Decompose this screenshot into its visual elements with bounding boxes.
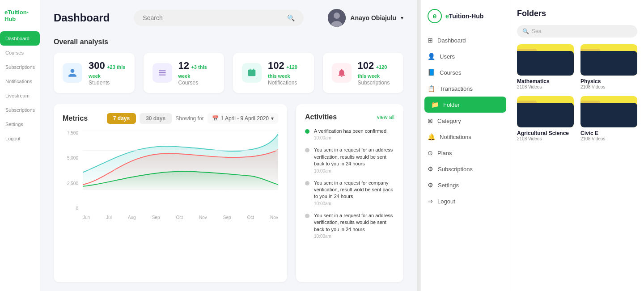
folders-title: Folders (517, 9, 546, 18)
notifications-label: Notifications (268, 80, 305, 86)
right-nav-logout[interactable]: ⇒ Logout (421, 193, 510, 209)
right-nav-plans[interactable]: ⊙ Plans (421, 145, 510, 161)
activity-dot-green (305, 129, 309, 134)
subscriptions-num: 102 (358, 60, 374, 71)
right-nav-folder[interactable]: 📁 Folder (424, 97, 506, 113)
right-nav-category-label: Category (437, 118, 461, 124)
right-nav-settings-label: Settings (438, 182, 459, 189)
left-nav-subscriptions[interactable]: Subscriptions (0, 60, 40, 74)
right-nav-plans-label: Plans (437, 150, 452, 156)
date-dropdown-icon: ▾ (271, 115, 274, 122)
y-label-0: 0 (76, 206, 78, 211)
right-nav-settings[interactable]: ⚙ Settings (421, 177, 510, 193)
folder-card-agricultural[interactable]: ··· Agricultural Science 2108 Videos (517, 96, 574, 141)
students-num: 300 (89, 60, 105, 71)
left-nav-livestream[interactable]: Livestream (0, 89, 40, 103)
folder-card-civic[interactable]: ··· Civic E 2108 Videos (580, 96, 637, 141)
notifications-icon (242, 63, 262, 83)
x-label-oct2: Oct (247, 215, 254, 220)
left-nav-courses[interactable]: Courses (0, 46, 40, 60)
folder-count-mathematics: 2108 Videos (517, 84, 574, 89)
right-nav-transactions-label: Transactions (440, 85, 473, 92)
activities-header: Activities view all (305, 113, 394, 121)
folder-icon-3 (517, 96, 574, 127)
right-sidebar: e eTuition-Hub ⊞ Dashboard 👤 Users 📘 Cou… (420, 0, 510, 291)
search-icon: 🔍 (287, 14, 295, 21)
folder-name-mathematics: Mathematics (517, 78, 574, 84)
settings-nav-icon: ⚙ (428, 181, 433, 189)
date-range-selector[interactable]: 📅 1 April - 9 April 2020 ▾ (208, 113, 278, 124)
x-label-aug: Aug (128, 215, 136, 220)
activities-title: Activities (305, 113, 337, 121)
folder-nav-icon: 📁 (431, 101, 439, 108)
right-nav-subscriptions[interactable]: ⚙ Subscriptions (421, 161, 510, 177)
activity-time-2: 10:00am (314, 169, 394, 173)
right-nav-dashboard[interactable]: ⊞ Dashboard (421, 32, 510, 48)
right-nav-category[interactable]: ⊠ Category (421, 113, 510, 129)
notifications-num: 102 (268, 60, 284, 71)
stat-card-students: 300 +23 this week Students (54, 53, 135, 93)
activity-text-1: A verification has been confirmed. (314, 128, 388, 135)
view-all-link[interactable]: view all (377, 114, 394, 120)
stat-card-courses: 12 +3 this week Courses (144, 53, 225, 93)
transactions-nav-icon: 📋 (428, 85, 435, 92)
right-nav-notifications[interactable]: 🔔 Notifications (421, 129, 510, 145)
subscriptions-label: Subscriptions (358, 80, 395, 86)
stats-row: 300 +23 this week Students 12 +3 this we… (54, 53, 403, 93)
x-label-jul: Jul (106, 215, 112, 220)
bottom-row: Metrics 7 days 30 days Showing for 📅 1 A… (54, 104, 403, 282)
notifications-nav-icon: 🔔 (428, 133, 435, 140)
x-label-sep2: Sep (223, 215, 231, 220)
svg-point-1 (334, 13, 340, 19)
students-icon (63, 63, 82, 83)
chart-y-labels: 7,500 5,000 2,500 0 (63, 131, 80, 211)
courses-nav-icon: 📘 (428, 69, 435, 76)
brand-logo: e eTuition-Hub (421, 9, 510, 32)
user-profile[interactable]: Anayo Obiajulu ▾ (328, 9, 403, 27)
search-bar[interactable]: 🔍 (134, 10, 304, 26)
right-nav-courses[interactable]: 📘 Courses (421, 64, 510, 80)
date-range-text: 1 April - 9 April 2020 (221, 115, 269, 122)
y-label-7500: 7,500 (67, 131, 78, 135)
left-nav-logout[interactable]: Logout (0, 131, 40, 146)
folder-icon-1 (517, 44, 574, 76)
activity-dot-gray-2 (305, 181, 309, 186)
users-nav-icon: 👤 (428, 53, 435, 60)
x-label-oct1: Oct (176, 215, 183, 220)
folder-card-mathematics[interactable]: ··· Mathematics 2108 Videos (517, 44, 574, 89)
y-label-5000: 5,000 (67, 156, 78, 160)
user-name: Anayo Obiajulu (350, 14, 396, 21)
logout-nav-icon: ⇒ (428, 198, 433, 205)
folders-grid: ··· Mathematics 2108 Videos ··· Physics … (517, 44, 637, 141)
left-nav-subscriptions2[interactable]: Subscriptions (0, 103, 40, 117)
avatar (328, 9, 346, 27)
subscriptions-icon (332, 63, 352, 83)
folders-search[interactable]: 🔍 Sea (517, 25, 637, 38)
period-7days[interactable]: 7 days (107, 113, 136, 124)
dashboard-nav-icon: ⊞ (428, 37, 433, 44)
left-nav-settings[interactable]: Settings (0, 117, 40, 131)
activity-item-3: You sent in a request for company verifi… (305, 180, 394, 206)
showing-label: Showing for (175, 115, 203, 122)
folders-search-placeholder: Sea (532, 28, 541, 34)
left-nav-dashboard[interactable]: Dashboard (0, 31, 40, 46)
page-title: Dashboard (54, 12, 110, 24)
brand-text: eTuition-Hub (445, 13, 483, 20)
stat-card-subscriptions: 102 +120 this week Subscriptions (323, 53, 404, 93)
left-nav-notifications[interactable]: Notifications (0, 74, 40, 89)
metrics-card: Metrics 7 days 30 days Showing for 📅 1 A… (54, 104, 287, 282)
folder-count-civic: 2108 Videos (580, 136, 637, 141)
period-30days[interactable]: 30 days (140, 113, 172, 124)
right-nav-dashboard-label: Dashboard (437, 37, 466, 44)
right-nav-notifications-label: Notifications (440, 134, 471, 140)
folder-icon-2 (580, 44, 637, 76)
right-nav-transactions[interactable]: 📋 Transactions (421, 80, 510, 97)
subscriptions-nav-icon: ⚙ (428, 165, 433, 173)
right-nav-users[interactable]: 👤 Users (421, 48, 510, 64)
activity-text-3: You sent in a request for company verifi… (314, 180, 394, 200)
folder-card-physics[interactable]: ··· Physics 2108 Videos (580, 44, 637, 89)
folders-search-icon: 🔍 (522, 28, 529, 34)
activity-dot-gray-1 (305, 148, 309, 152)
search-input[interactable] (143, 14, 287, 21)
x-label-nov1: Nov (199, 215, 207, 220)
